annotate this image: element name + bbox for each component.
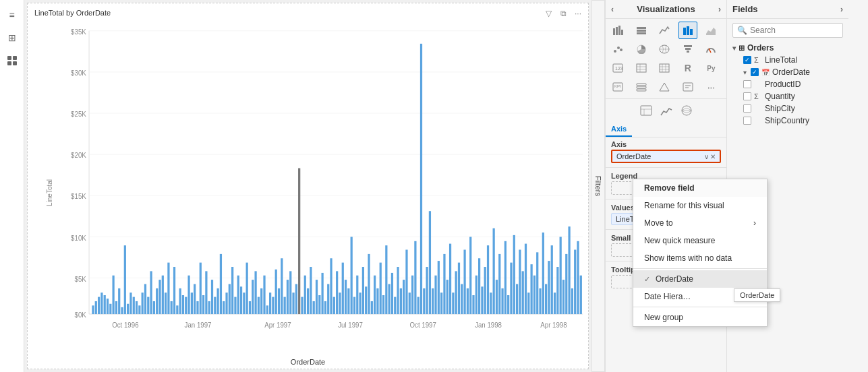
context-menu-show-no-data[interactable]: Show items with no data [633,249,767,267]
svg-rect-84 [254,271,256,314]
svg-rect-168 [498,254,500,314]
fields-panel-close[interactable]: › [840,5,843,14]
axis-field-remove-icon[interactable]: ✕ [710,153,716,160]
viz-format-icon[interactable] [637,102,656,119]
shipcity-checkbox[interactable] [743,104,751,113]
viz-panel-header: ‹ Visualizations › [606,0,726,19]
viz-panel-back-arrow[interactable]: ‹ [611,5,614,14]
productid-checkbox[interactable] [743,80,751,88]
linetotal-checkbox[interactable]: ✓ [743,56,751,64]
axis-field-pill-orderdate[interactable]: OrderDate ∨ ✕ [611,150,721,163]
svg-rect-43 [136,301,138,314]
viz-shape-icon[interactable] [655,78,674,96]
left-sidebar-icon-grid[interactable]: ⊞ [3,28,22,47]
context-menu-new-group[interactable]: New group [633,309,767,326]
svg-rect-56 [173,267,175,314]
search-input[interactable] [750,26,838,35]
tree-item-productid[interactable]: ProductID [730,78,846,90]
svg-rect-237 [641,106,652,115]
context-menu-move-to[interactable]: Move to › [633,214,767,232]
fields-panel: Fields › 🔍 ▾ ⊞ Orders ✓ Σ LineTotal [727,0,848,372]
svg-rect-135 [403,280,405,314]
tree-group-orders-header[interactable]: ▾ ⊞ Orders [730,42,846,54]
productid-label: ProductID [765,80,801,89]
context-menu-rename[interactable]: Rename for this visual [633,197,767,214]
orderdate-label: OrderDate [772,67,810,77]
svg-rect-219 [637,64,646,72]
svg-rect-86 [260,288,262,314]
svg-rect-60 [185,297,187,314]
svg-rect-124 [371,301,373,314]
svg-rect-39 [124,245,126,314]
svg-rect-63 [194,284,196,314]
svg-rect-162 [481,286,483,314]
viz-scatter-icon[interactable] [608,40,627,58]
svg-text:$15K: $15K [71,192,86,201]
svg-rect-36 [115,301,117,314]
viz-kpi-icon[interactable]: KPI [608,78,627,96]
viz-pie-icon[interactable] [632,40,651,58]
svg-rect-89 [269,292,271,314]
shipcountry-checkbox[interactable] [743,117,751,125]
svg-rect-38 [121,307,123,314]
tree-item-linetotal[interactable]: ✓ Σ LineTotal [730,54,846,66]
axis-field-expand-icon[interactable]: ∨ [704,153,709,160]
orderdate-checkbox[interactable]: ✓ [751,68,759,76]
svg-rect-201 [637,30,646,32]
svg-rect-129 [385,245,387,314]
tree-item-quantity[interactable]: Σ Quantity [730,90,846,102]
viz-table-icon[interactable] [632,59,651,77]
axis-section-axis: Axis OrderDate ∨ ✕ [606,137,726,166]
viz-card-icon[interactable]: 123 [608,59,627,77]
svg-rect-119 [356,276,358,314]
viz-map-icon[interactable] [655,40,674,58]
quantity-checkbox[interactable] [743,92,751,100]
quantity-sigma-icon: Σ [754,92,762,100]
viz-bar-icon[interactable] [608,22,627,39]
viz-analytics-icon[interactable] [657,102,676,119]
search-icon: 🔍 [737,26,747,35]
context-menu-new-quick-measure[interactable]: New quick measure [633,232,767,249]
left-sidebar: ≡ ⊞ [0,0,24,372]
viz-data-icon[interactable] [677,102,696,119]
viz-icons-grid: 123 R Py KPI ··· [606,19,726,98]
viz-tab-axis[interactable]: Axis [606,122,632,137]
viz-area-icon[interactable] [701,22,720,39]
viz-gauge-icon[interactable] [701,40,720,58]
svg-rect-136 [405,250,407,315]
svg-rect-93 [281,258,283,314]
left-sidebar-icon-data[interactable] [3,51,22,70]
viz-funnel-icon[interactable] [678,40,697,58]
viz-panel-forward-arrow[interactable]: › [718,5,721,14]
viz-more-icon[interactable]: ··· [701,78,720,96]
chart-svg: $35K $30K $25K $20K $15K $10K $5K $0K Oc… [60,22,583,348]
viz-column-icon[interactable] [632,22,651,39]
svg-rect-94 [284,297,286,314]
context-menu-orderdate[interactable]: ✓ OrderDate [633,270,767,288]
viz-slicer-icon[interactable] [632,78,651,96]
tree-item-shipcity[interactable]: ShipCity [730,102,846,115]
viz-bar-clustered-icon[interactable] [678,22,697,39]
axis-section-label: Axis [611,140,721,148]
viz-line-icon[interactable] [655,22,674,39]
tree-item-orderdate[interactable]: ▾ ✓ 📅 OrderDate [730,66,846,78]
filters-tab[interactable]: Filters [591,0,605,372]
svg-rect-46 [144,284,146,314]
svg-text:Oct 1997: Oct 1997 [410,321,436,330]
svg-rect-117 [351,237,353,314]
svg-rect-230 [637,84,646,86]
tree-item-shipcountry[interactable]: ShipCountry [730,115,846,127]
svg-rect-80 [243,292,245,314]
viz-textbox-icon[interactable] [678,78,697,96]
svg-rect-0 [7,56,11,60]
svg-rect-215 [687,51,689,53]
viz-python-icon[interactable]: Py [701,59,720,77]
left-sidebar-icon-menu[interactable]: ≡ [3,5,22,24]
orders-chevron-icon: ▾ [732,44,736,52]
date-hierarchy-label: Date Hiera… [644,292,691,301]
viz-matrix-icon[interactable] [655,59,674,77]
svg-rect-167 [496,280,498,314]
context-menu-remove-field[interactable]: Remove field [633,179,767,197]
svg-rect-145 [432,288,434,314]
viz-r-icon[interactable]: R [678,59,697,77]
